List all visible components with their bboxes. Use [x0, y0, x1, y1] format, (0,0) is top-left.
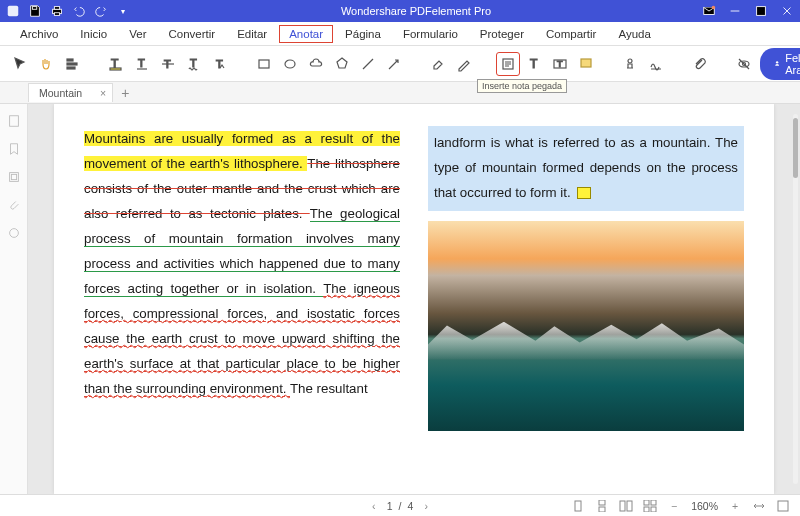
view-facing-icon[interactable]	[619, 500, 633, 512]
view-facing-continuous-icon[interactable]	[643, 500, 657, 512]
underline-tool-icon[interactable]: T	[130, 52, 154, 76]
bookmarks-panel-icon[interactable]	[7, 142, 21, 156]
status-bar: ‹ 1 / 4 › − 160% +	[0, 494, 800, 516]
fullscreen-icon[interactable]	[776, 500, 790, 512]
scrollbar-thumb[interactable]	[793, 118, 798, 178]
svg-rect-23	[581, 59, 591, 67]
menu-pagina[interactable]: Página	[335, 25, 391, 43]
undo-icon[interactable]	[72, 4, 86, 18]
minimize-icon[interactable]	[728, 4, 742, 18]
print-icon[interactable]	[50, 4, 64, 18]
callout-tool-icon[interactable]	[574, 52, 598, 76]
sticky-note-tooltip: Inserte nota pegada	[477, 79, 567, 93]
arrow-shape-icon[interactable]	[382, 52, 406, 76]
highlight-tool-icon[interactable]: T	[104, 52, 128, 76]
svg-rect-8	[67, 63, 77, 65]
vertical-scrollbar[interactable]	[793, 114, 798, 484]
pencil-tool-icon[interactable]	[452, 52, 476, 76]
window-title: Wondershare PDFelement Pro	[130, 5, 702, 17]
svg-text:T: T	[190, 57, 197, 69]
edit-tool-icon[interactable]	[60, 52, 84, 76]
svg-point-6	[712, 6, 716, 10]
strikeout-tool-icon[interactable]: T	[156, 52, 180, 76]
menu-editar[interactable]: Editar	[227, 25, 277, 43]
caret-tool-icon[interactable]: T	[208, 52, 232, 76]
svg-text:T: T	[138, 57, 145, 69]
close-icon[interactable]	[780, 4, 794, 18]
cloud-shape-icon[interactable]	[304, 52, 328, 76]
svg-point-24	[628, 59, 632, 63]
search-panel-icon[interactable]	[7, 170, 21, 184]
text-box-annotation: landform is what is referred to as a mou…	[428, 126, 744, 211]
line-shape-icon[interactable]	[356, 52, 380, 76]
plain-text: The resultant	[290, 381, 368, 396]
sticky-note-tool-icon[interactable]: Inserte nota pegada	[496, 52, 520, 76]
fit-width-icon[interactable]	[752, 500, 766, 512]
svg-rect-39	[644, 507, 649, 512]
eraser-tool-icon[interactable]	[426, 52, 450, 76]
next-page-icon[interactable]: ›	[419, 500, 433, 512]
pdf-page: Mountains are usually formed as a result…	[54, 104, 774, 494]
menu-formulario[interactable]: Formulario	[393, 25, 468, 43]
comments-panel-icon[interactable]	[7, 226, 21, 240]
select-tool-icon[interactable]	[8, 52, 32, 76]
svg-rect-9	[67, 59, 73, 61]
svg-point-27	[776, 61, 778, 63]
attachments-panel-icon[interactable]	[7, 198, 21, 212]
zoom-out-icon[interactable]: −	[667, 500, 681, 512]
attachment-tool-icon[interactable]	[688, 52, 712, 76]
squiggly-tool-icon[interactable]: T	[182, 52, 206, 76]
svg-rect-40	[651, 507, 656, 512]
sticky-note-icon[interactable]	[577, 187, 591, 199]
rectangle-shape-icon[interactable]	[252, 52, 276, 76]
menu-convertir[interactable]: Convertir	[158, 25, 225, 43]
oval-shape-icon[interactable]	[278, 52, 302, 76]
title-bar: ▾ Wondershare PDFelement Pro	[0, 0, 800, 22]
user-pill[interactable]: Felipe Araujo	[760, 48, 800, 80]
typewriter-tool-icon[interactable]: T	[522, 52, 546, 76]
textbox-tool-icon[interactable]: T	[548, 52, 572, 76]
mail-icon[interactable]	[702, 4, 716, 18]
menu-archivo[interactable]: Archivo	[10, 25, 68, 43]
tab-close-icon[interactable]: ×	[100, 87, 106, 99]
menu-anotar[interactable]: Anotar	[279, 25, 333, 43]
annotate-toolbar: T T T T T Inserte nota pegada T T	[0, 46, 800, 82]
save-icon[interactable]	[28, 4, 42, 18]
menu-compartir[interactable]: Compartir	[536, 25, 606, 43]
document-tab[interactable]: Mountain ×	[28, 83, 113, 102]
hide-annotations-icon[interactable]	[732, 52, 756, 76]
view-continuous-icon[interactable]	[595, 500, 609, 512]
svg-rect-28	[9, 116, 18, 127]
tab-label: Mountain	[39, 87, 82, 99]
prev-page-icon[interactable]: ‹	[367, 500, 381, 512]
zoom-value: 160%	[691, 500, 718, 512]
dropdown-icon[interactable]: ▾	[116, 4, 130, 18]
maximize-icon[interactable]	[754, 4, 768, 18]
menu-proteger[interactable]: Proteger	[470, 25, 534, 43]
menu-ayuda[interactable]: Ayuda	[608, 25, 660, 43]
view-single-icon[interactable]	[571, 500, 585, 512]
page-current: 1	[387, 500, 393, 512]
user-name: Felipe Araujo	[785, 52, 800, 76]
polygon-shape-icon[interactable]	[330, 52, 354, 76]
hand-tool-icon[interactable]	[34, 52, 58, 76]
page-sep: /	[399, 500, 402, 512]
svg-rect-34	[599, 507, 605, 512]
menu-inicio[interactable]: Inicio	[70, 25, 117, 43]
document-viewport[interactable]: Mountains are usually formed as a result…	[28, 104, 800, 494]
zoom-in-icon[interactable]: +	[728, 500, 742, 512]
thumbnails-panel-icon[interactable]	[7, 114, 21, 128]
svg-text:T: T	[557, 59, 563, 69]
menu-ver[interactable]: Ver	[119, 25, 156, 43]
svg-rect-32	[575, 501, 581, 511]
new-tab-button[interactable]: +	[121, 85, 129, 101]
stamp-tool-icon[interactable]	[618, 52, 642, 76]
signature-tool-icon[interactable]	[644, 52, 668, 76]
redo-icon[interactable]	[94, 4, 108, 18]
page-total: 4	[407, 500, 413, 512]
svg-text:T: T	[530, 57, 538, 71]
svg-rect-17	[259, 60, 269, 68]
app-logo-icon	[6, 4, 20, 18]
svg-point-18	[285, 60, 295, 68]
svg-rect-10	[67, 67, 75, 69]
